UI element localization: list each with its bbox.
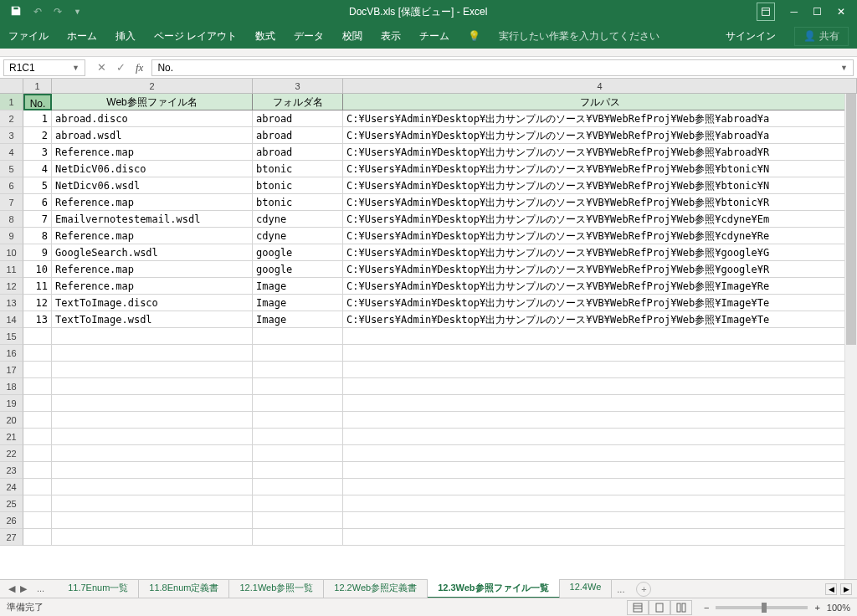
cell[interactable]: [52, 345, 253, 362]
row-header[interactable]: 1: [0, 94, 23, 110]
cell[interactable]: C:¥Users¥Admin¥Desktop¥出力サンプルのソース¥VB¥Web…: [343, 228, 857, 244]
cell[interactable]: Image: [253, 278, 343, 295]
tab-view[interactable]: 表示: [381, 29, 401, 44]
cell[interactable]: [23, 445, 52, 462]
cell[interactable]: 12: [23, 295, 52, 311]
zoom-out-button[interactable]: −: [704, 603, 709, 613]
cell[interactable]: [343, 479, 857, 495]
column-header[interactable]: 1: [23, 79, 52, 94]
cell[interactable]: [343, 345, 857, 362]
cell[interactable]: [52, 412, 253, 429]
row-header[interactable]: 24: [0, 479, 23, 495]
view-normal-icon[interactable]: [627, 600, 649, 615]
accept-formula-icon[interactable]: ✓: [116, 61, 126, 74]
cell[interactable]: abroad: [253, 144, 343, 161]
cell[interactable]: Reference.map: [52, 194, 253, 211]
sheet-tab[interactable]: 12.3Web参照ファイル一覧: [428, 579, 559, 598]
row-header[interactable]: 13: [0, 295, 23, 311]
scroll-right-icon[interactable]: ▶: [840, 583, 852, 595]
cell[interactable]: Reference.map: [52, 278, 253, 295]
tab-home[interactable]: ホーム: [67, 29, 97, 44]
zoom-slider[interactable]: [716, 606, 808, 609]
cell[interactable]: [253, 328, 343, 345]
cell[interactable]: [253, 479, 343, 495]
cell[interactable]: google: [253, 261, 343, 278]
cell[interactable]: [52, 429, 253, 445]
cell[interactable]: [23, 395, 52, 412]
tab-file[interactable]: ファイル: [8, 29, 49, 44]
tab-nav-next-icon[interactable]: ▶: [20, 583, 27, 594]
maximize-icon[interactable]: ☐: [813, 6, 822, 18]
zoom-in-button[interactable]: +: [814, 603, 819, 613]
row-header[interactable]: 16: [0, 345, 23, 362]
row-header[interactable]: 6: [0, 177, 23, 194]
cell[interactable]: [52, 479, 253, 495]
fx-icon[interactable]: fx: [136, 61, 143, 74]
cell[interactable]: 13: [23, 311, 52, 328]
sheet-tab[interactable]: 12.1Web参照一覧: [229, 579, 324, 598]
view-page-layout-icon[interactable]: [649, 600, 670, 615]
cell[interactable]: [343, 462, 857, 479]
cell[interactable]: [343, 529, 857, 546]
cell[interactable]: C:¥Users¥Admin¥Desktop¥出力サンプルのソース¥VB¥Web…: [343, 261, 857, 278]
cell[interactable]: 5: [23, 177, 52, 194]
cell[interactable]: C:¥Users¥Admin¥Desktop¥出力サンプルのソース¥VB¥Web…: [343, 311, 857, 328]
cell[interactable]: [52, 328, 253, 345]
tellme-input[interactable]: 実行したい作業を入力してください: [499, 29, 659, 44]
cell[interactable]: btonic: [253, 177, 343, 194]
cell[interactable]: [52, 529, 253, 546]
row-header[interactable]: 3: [0, 127, 23, 144]
cell[interactable]: abroad.wsdl: [52, 127, 253, 144]
save-icon[interactable]: [10, 5, 22, 19]
minimize-icon[interactable]: ─: [790, 6, 798, 18]
cell[interactable]: [343, 429, 857, 445]
cell[interactable]: 2: [23, 127, 52, 144]
column-header[interactable]: 3: [253, 79, 343, 94]
cell[interactable]: [343, 378, 857, 395]
ribbon-display-icon[interactable]: [757, 3, 775, 21]
formula-expand-icon[interactable]: ▼: [840, 64, 848, 72]
cell[interactable]: [343, 512, 857, 529]
cell[interactable]: 9: [23, 244, 52, 261]
name-box[interactable]: R1C1 ▼: [3, 59, 85, 76]
row-header[interactable]: 9: [0, 228, 23, 244]
cell[interactable]: [253, 445, 343, 462]
redo-icon[interactable]: ↷: [54, 6, 62, 18]
tab-page-layout[interactable]: ページ レイアウト: [154, 29, 237, 44]
cell[interactable]: [52, 395, 253, 412]
row-header[interactable]: 2: [0, 110, 23, 127]
cancel-formula-icon[interactable]: ✕: [97, 61, 106, 74]
cell[interactable]: Image: [253, 311, 343, 328]
sheet-tab[interactable]: 11.7Enum一覧: [58, 579, 139, 598]
cell[interactable]: 6: [23, 194, 52, 211]
cell[interactable]: cdyne: [253, 211, 343, 228]
cell[interactable]: [23, 362, 52, 378]
sheet-overflow[interactable]: ...: [612, 584, 629, 594]
column-header[interactable]: 2: [52, 79, 253, 94]
cell[interactable]: Reference.map: [52, 228, 253, 244]
cell[interactable]: [23, 429, 52, 445]
cell[interactable]: 11: [23, 278, 52, 295]
tab-nav-more[interactable]: ...: [32, 583, 49, 594]
cell[interactable]: Reference.map: [52, 261, 253, 278]
select-all-corner[interactable]: [0, 79, 23, 94]
cell[interactable]: [23, 328, 52, 345]
view-page-break-icon[interactable]: [670, 600, 692, 615]
cell[interactable]: [23, 479, 52, 495]
cell[interactable]: [253, 512, 343, 529]
sheet-tab[interactable]: 12.2Web参照定義書: [324, 579, 428, 598]
cell[interactable]: [253, 429, 343, 445]
cell[interactable]: [23, 462, 52, 479]
row-header[interactable]: 4: [0, 144, 23, 161]
cell[interactable]: C:¥Users¥Admin¥Desktop¥出力サンプルのソース¥VB¥Web…: [343, 211, 857, 228]
cell[interactable]: google: [253, 244, 343, 261]
cell[interactable]: [23, 529, 52, 546]
new-sheet-button[interactable]: +: [636, 582, 651, 597]
share-button[interactable]: 👤 共有: [794, 27, 849, 46]
row-header[interactable]: 22: [0, 445, 23, 462]
row-header[interactable]: 14: [0, 311, 23, 328]
scroll-left-icon[interactable]: ◀: [825, 583, 837, 595]
row-header[interactable]: 25: [0, 495, 23, 512]
cell[interactable]: btonic: [253, 161, 343, 177]
cell[interactable]: Reference.map: [52, 144, 253, 161]
